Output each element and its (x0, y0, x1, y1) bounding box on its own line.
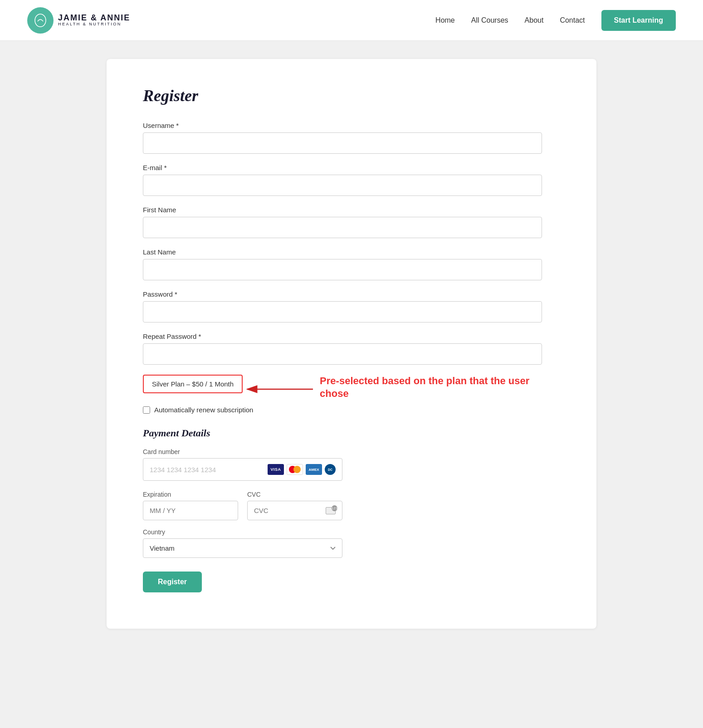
repeat-password-input[interactable] (143, 343, 542, 365)
card-input-wrapper[interactable]: 1234 1234 1234 1234 VISA AMEX DC (143, 458, 342, 481)
mastercard-icon (287, 464, 303, 475)
lastname-label: Last Name (143, 248, 560, 256)
cvc-icon: 123 (326, 507, 336, 514)
nav-contact[interactable]: Contact (560, 16, 585, 24)
expiration-group: Expiration (143, 491, 238, 520)
logo-icon (27, 7, 54, 34)
payment-section: Payment Details Card number 1234 1234 12… (143, 427, 560, 592)
register-button[interactable]: Register (143, 572, 202, 592)
lastname-input[interactable] (143, 259, 542, 280)
card-icons: VISA AMEX DC (268, 464, 336, 475)
visa-icon: VISA (268, 464, 284, 475)
cvc-label: CVC (247, 491, 342, 498)
card-number-label: Card number (143, 448, 560, 455)
logo-sub-text: HEALTH & NUTRITION (58, 22, 130, 27)
page-background: Register Username * E-mail * First Name … (0, 41, 703, 728)
email-input[interactable] (143, 175, 542, 196)
register-card: Register Username * E-mail * First Name … (107, 59, 596, 629)
nav-home[interactable]: Home (435, 16, 455, 24)
firstname-label: First Name (143, 206, 560, 214)
country-select[interactable]: Vietnam United States United Kingdom Aus… (143, 538, 342, 558)
country-group: Country Vietnam United States United Kin… (143, 528, 560, 558)
svg-point-0 (35, 14, 46, 27)
username-label: Username * (143, 122, 560, 129)
logo-main-text: JAMIE & ANNIE (58, 14, 130, 23)
start-learning-button[interactable]: Start Learning (601, 10, 676, 31)
expiration-label: Expiration (143, 491, 238, 498)
lastname-group: Last Name (143, 248, 560, 280)
plan-selector[interactable]: Silver Plan – $50 / 1 Month (143, 375, 243, 393)
password-label: Password * (143, 290, 560, 298)
diners-icon: DC (325, 464, 336, 475)
email-label: E-mail * (143, 164, 560, 171)
site-header: JAMIE & ANNIE HEALTH & NUTRITION Home Al… (0, 0, 703, 41)
annotation-arrow-icon (243, 376, 315, 398)
auto-renew-label: Automatically renew subscription (154, 406, 253, 414)
arrow-annotation: Pre-selected based on the plan that the … (243, 375, 537, 400)
annotation-text: Pre-selected based on the plan that the … (320, 375, 537, 400)
auto-renew-row: Automatically renew subscription (143, 406, 560, 414)
email-group: E-mail * (143, 164, 560, 196)
cvc-group: CVC 123 (247, 491, 342, 520)
cvc-input[interactable] (254, 501, 326, 520)
card-number-placeholder: 1234 1234 1234 1234 (150, 466, 216, 474)
amex-icon: AMEX (306, 464, 322, 475)
firstname-group: First Name (143, 206, 560, 238)
firstname-input[interactable] (143, 217, 542, 238)
repeat-password-group: Repeat Password * (143, 332, 560, 365)
password-group: Password * (143, 290, 560, 322)
cvc-input-wrapper[interactable]: 123 (247, 501, 342, 520)
main-nav: Home All Courses About Contact Start Lea… (435, 10, 676, 31)
username-group: Username * (143, 122, 560, 154)
logo: JAMIE & ANNIE HEALTH & NUTRITION (27, 7, 130, 34)
password-input[interactable] (143, 301, 542, 322)
card-number-group: Card number 1234 1234 1234 1234 VISA AME… (143, 448, 560, 481)
auto-renew-checkbox[interactable] (143, 406, 150, 414)
username-input[interactable] (143, 132, 542, 154)
country-label: Country (143, 528, 560, 536)
nav-all-courses[interactable]: All Courses (471, 16, 508, 24)
nav-about[interactable]: About (525, 16, 544, 24)
expiry-cvc-row: Expiration CVC 123 (143, 491, 560, 520)
repeat-password-label: Repeat Password * (143, 332, 560, 340)
payment-title: Payment Details (143, 427, 560, 439)
plan-annotation-row: Silver Plan – $50 / 1 Month Pre-selected… (143, 375, 560, 400)
form-title: Register (143, 86, 560, 105)
expiration-input[interactable] (143, 501, 238, 520)
logo-text: JAMIE & ANNIE HEALTH & NUTRITION (58, 14, 130, 27)
cvc-card-shape: 123 (326, 507, 336, 514)
